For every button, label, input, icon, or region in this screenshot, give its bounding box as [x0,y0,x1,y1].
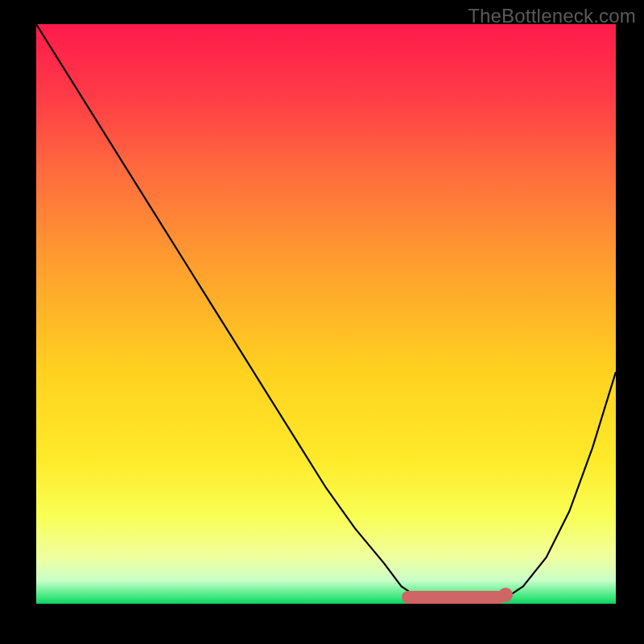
plot-area [36,24,616,604]
heat-gradient [36,24,616,604]
watermark-label: TheBottleneck.com [468,5,636,27]
chart-container: TheBottleneck.com [0,0,644,644]
optimal-range-band [402,591,506,604]
